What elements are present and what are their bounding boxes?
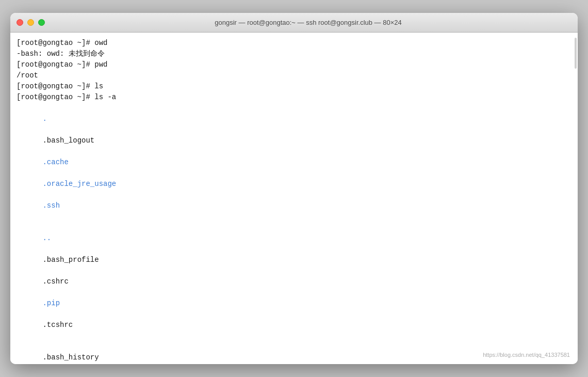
- ls-item: [42, 245, 120, 253]
- ls-output-row2: .. .bash_profile .cshrc .pip .tcshrc: [17, 222, 571, 341]
- ls-item: [42, 147, 68, 155]
- ls-item: .cache: [42, 158, 68, 166]
- ls-item: [42, 288, 107, 296]
- ls-output-row1: . .bash_logout .cache .oracle_jre_usage …: [17, 103, 571, 222]
- ls-item: .bash_logout: [42, 136, 94, 145]
- ls-item: .oracle_jre_usage: [42, 180, 116, 188]
- ls-item: .ssh: [42, 201, 60, 210]
- ls-item: [42, 266, 64, 275]
- terminal-line: [root@gongtao ~]# owd: [17, 38, 571, 49]
- ls-item: [42, 191, 60, 199]
- terminal-window: gongsir — root@gongtao:~ — ssh root@gong…: [10, 13, 578, 364]
- ls-item: .tcshrc: [42, 321, 73, 329]
- ls-item: [42, 310, 103, 318]
- terminal-line: [root@gongtao ~]# pwd: [17, 59, 571, 70]
- maximize-button[interactable]: [38, 19, 45, 26]
- ls-item: .bash_profile: [42, 256, 99, 264]
- close-button[interactable]: [17, 19, 23, 26]
- terminal-body[interactable]: [root@gongtao ~]# owd -bash: owd: 未找到命令 …: [10, 33, 578, 364]
- ls-item: .: [42, 115, 46, 123]
- ls-item: .pip: [42, 299, 60, 307]
- terminal-line: [root@gongtao ~]# ls -a: [17, 92, 571, 103]
- traffic-lights: [17, 19, 45, 26]
- minimize-button[interactable]: [27, 19, 34, 26]
- terminal-line: /root: [17, 70, 571, 81]
- terminal-line: [root@gongtao ~]# ls: [17, 81, 571, 92]
- window-title: gongsir — root@gongtao:~ — ssh root@gong…: [45, 19, 571, 26]
- ls-item: .bash_history: [42, 353, 99, 362]
- ls-item: .cshrc: [42, 277, 68, 286]
- watermark: https://blog.csdn.net/qq_41337581: [483, 351, 570, 359]
- titlebar: gongsir — root@gongtao:~ — ssh root@gong…: [10, 13, 578, 33]
- ls-item: ..: [42, 234, 51, 242]
- ls-item: [42, 125, 125, 134]
- ls-item: [42, 169, 103, 177]
- scrollbar[interactable]: [575, 38, 577, 69]
- terminal-line: -bash: owd: 未找到命令: [17, 49, 571, 59]
